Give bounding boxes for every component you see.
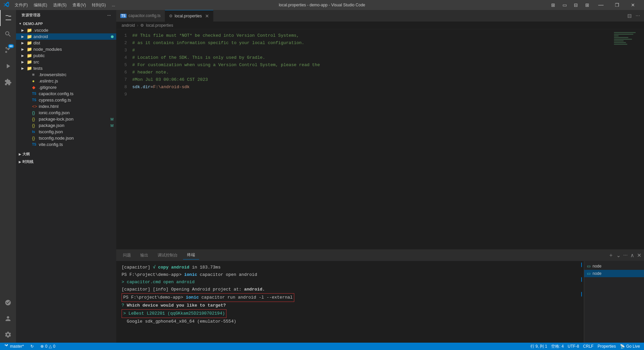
status-spaces[interactable]: 空格: 4 bbox=[550, 344, 565, 349]
code-editor[interactable]: 1 ## This file must *NOT* be checked int… bbox=[116, 29, 613, 249]
menu-goto[interactable]: 转到(G) bbox=[89, 2, 108, 9]
folder-icon: 📁 bbox=[27, 28, 32, 33]
tree-item-vite-config[interactable]: ▶ TS vite.config.ts bbox=[16, 141, 116, 148]
tree-item-node-modules[interactable]: ▶ 📁 node_modules bbox=[16, 46, 116, 52]
close-button[interactable]: ✕ bbox=[625, 0, 641, 10]
activity-search[interactable] bbox=[0, 26, 16, 42]
status-position[interactable]: 行 9, 列 1 bbox=[529, 344, 549, 349]
more-panel-actions-icon[interactable]: ··· bbox=[623, 252, 628, 258]
terminal-session-node-2[interactable]: ▭ node bbox=[584, 270, 644, 277]
breadcrumb-file[interactable]: local.properties bbox=[146, 23, 173, 28]
tree-item-label: public bbox=[33, 53, 45, 58]
tree-item-cypress-config[interactable]: ▶ TS cypress.config.ts bbox=[16, 97, 116, 103]
tree-item-gitignore[interactable]: ▶ ◆ .gitignore bbox=[16, 84, 116, 91]
minimize-button[interactable]: — bbox=[593, 0, 609, 10]
line-content: ## This file must *NOT* be checked into … bbox=[132, 32, 613, 39]
activity-run[interactable] bbox=[0, 58, 16, 74]
arrow-icon: ▶ bbox=[21, 35, 27, 38]
activity-remote[interactable] bbox=[0, 295, 16, 311]
sidebar-menu-icon[interactable]: ··· bbox=[107, 13, 111, 17]
status-sync[interactable]: ↻ bbox=[29, 344, 35, 349]
status-line-ending[interactable]: CRLF bbox=[582, 344, 595, 349]
tab-close-button[interactable]: ✕ bbox=[205, 13, 209, 19]
activity-explorer[interactable] bbox=[0, 10, 16, 26]
split-editor-icon[interactable]: ⊟ bbox=[626, 12, 633, 20]
tree-item-public[interactable]: ▶ 📁 public bbox=[16, 52, 116, 59]
tree-item-label: cypress.config.ts bbox=[39, 98, 71, 103]
tree-item-package-json[interactable]: ▶ {} package.json M bbox=[16, 122, 116, 129]
more-tab-actions-icon[interactable]: ··· bbox=[634, 12, 641, 20]
panel-scrollbar[interactable] bbox=[579, 261, 584, 343]
sidebar: 资源管理器 ··· ▼ DEMO-APP ▶ 📁 .vscode ▶ 📁 and… bbox=[16, 10, 116, 343]
layout-editor-icon[interactable]: ⊞ bbox=[548, 1, 558, 9]
tree-item-ionic-config[interactable]: ▶ {} ionic.config.json bbox=[16, 110, 116, 116]
terminal-line-2: PS F:\project\demo-app> ionic capacitor … bbox=[122, 271, 574, 279]
tab-local-properties[interactable]: ⚙ local.properties ✕ bbox=[165, 10, 213, 22]
code-line-3: 3 # bbox=[116, 47, 613, 54]
menu-select[interactable]: 选择(S) bbox=[50, 2, 69, 9]
line-number: 1 bbox=[116, 32, 132, 39]
terminal-session-node-1[interactable]: ▭ node bbox=[584, 262, 644, 270]
panel-tab-output[interactable]: 输出 bbox=[136, 251, 152, 259]
scrollbar-tick bbox=[581, 277, 582, 282]
status-bar-right: 行 9, 列 1 空格: 4 UTF-8 CRLF Properties 📡 G… bbox=[529, 344, 641, 349]
ts-file-icon: TS bbox=[32, 92, 37, 96]
tree-root-demo-app[interactable]: ▼ DEMO-APP bbox=[16, 20, 116, 27]
tree-item-dist[interactable]: ▶ 📁 dist bbox=[16, 40, 116, 46]
line-content: # as it contains information specific to… bbox=[132, 39, 613, 47]
terminal-line-5: PS F:\project\demo-app> ionic capacitor … bbox=[122, 293, 574, 302]
layout-panel-icon[interactable]: ⊟ bbox=[571, 1, 581, 9]
status-git-branch[interactable]: master* bbox=[3, 344, 25, 349]
editor-scrollbar[interactable] bbox=[639, 29, 644, 249]
tab-capacitor-config[interactable]: TS capacitor.config.ts bbox=[116, 10, 165, 22]
panel-tab-terminal[interactable]: 终端 bbox=[183, 251, 199, 259]
menu-more[interactable]: ... bbox=[109, 2, 118, 8]
activity-source-control[interactable]: 60 bbox=[0, 42, 16, 58]
line-number: 9 bbox=[116, 91, 132, 98]
status-errors[interactable]: ⊗ 0 △ 0 bbox=[39, 344, 56, 349]
tree-item-package-lock[interactable]: ▶ {} package-lock.json M bbox=[16, 116, 116, 122]
tree-item-browserslistrc[interactable]: ▶ ≡ .browserslistrc bbox=[16, 71, 116, 78]
maximize-button[interactable]: ❐ bbox=[609, 0, 625, 10]
menu-file[interactable]: 文件(F) bbox=[12, 2, 30, 9]
error-count: 0 bbox=[45, 344, 47, 349]
close-panel-icon[interactable]: ✕ bbox=[637, 252, 641, 258]
layout-grid-icon[interactable]: ⊞ bbox=[582, 1, 593, 9]
status-golive[interactable]: 📡 Go Live bbox=[619, 344, 641, 349]
timeline-header[interactable]: ▶ 时间线 bbox=[16, 158, 116, 166]
maximize-panel-icon[interactable]: ∧ bbox=[630, 252, 634, 258]
activity-extensions[interactable] bbox=[0, 74, 16, 90]
tree-item-capacitor-config[interactable]: ▶ TS capacitor.config.ts bbox=[16, 91, 116, 97]
tree-item-tsconfig-node[interactable]: ▶ {} tsconfig.node.json bbox=[16, 135, 116, 141]
status-language[interactable]: Properties bbox=[596, 344, 617, 349]
tree-item-index-html[interactable]: ▶ <> index.html bbox=[16, 103, 116, 110]
terminal-area[interactable]: [capacitor] √ copy android in 183.73ms P… bbox=[116, 261, 579, 343]
tree-item-label: .eslintrc.js bbox=[39, 78, 58, 83]
panel-tab-debug[interactable]: 调试控制台 bbox=[154, 251, 182, 259]
tree-item-vscode[interactable]: ▶ 📁 .vscode bbox=[16, 27, 116, 33]
activity-settings[interactable] bbox=[0, 327, 16, 343]
tree-item-eslintrc[interactable]: ▶ ● .eslintrc.js bbox=[16, 78, 116, 84]
tree-item-android[interactable]: ▶ 📁 android bbox=[16, 33, 116, 40]
sidebar-content: ▼ DEMO-APP ▶ 📁 .vscode ▶ 📁 android ▶ 📁 d… bbox=[16, 20, 116, 343]
menu-view[interactable]: 查看(V) bbox=[70, 2, 89, 9]
source-control-badge: 60 bbox=[8, 44, 14, 48]
terminal-line-4: [capacitor] [info] Opening Android proje… bbox=[122, 286, 574, 293]
layout-sidebar-icon[interactable]: ▭ bbox=[559, 1, 570, 9]
activity-account[interactable] bbox=[0, 311, 16, 327]
tree-item-tests[interactable]: ▶ 📁 tests bbox=[16, 65, 116, 71]
sync-icon: ↻ bbox=[30, 344, 34, 349]
menu-edit[interactable]: 编辑(E) bbox=[31, 2, 50, 9]
folder-icon: 📁 bbox=[27, 47, 32, 52]
new-terminal-icon[interactable]: ＋ bbox=[608, 252, 614, 259]
status-encoding[interactable]: UTF-8 bbox=[567, 344, 581, 349]
tree-item-src[interactable]: ▶ 📁 src bbox=[16, 59, 116, 65]
outline-section: ▶ 大纲 ▶ 时间线 bbox=[16, 150, 116, 166]
panel-tab-actions: ＋ ⌄ ··· ∧ ✕ bbox=[608, 252, 641, 259]
breadcrumb-android[interactable]: android bbox=[122, 23, 135, 28]
panel-tab-problems[interactable]: 问题 bbox=[119, 251, 135, 259]
outline-header[interactable]: ▶ 大纲 bbox=[16, 150, 116, 158]
split-terminal-icon[interactable]: ⌄ bbox=[616, 252, 621, 258]
tree-item-label: tsconfig.json bbox=[39, 129, 63, 134]
tree-item-tsconfig[interactable]: ▶ ts tsconfig.json bbox=[16, 129, 116, 135]
